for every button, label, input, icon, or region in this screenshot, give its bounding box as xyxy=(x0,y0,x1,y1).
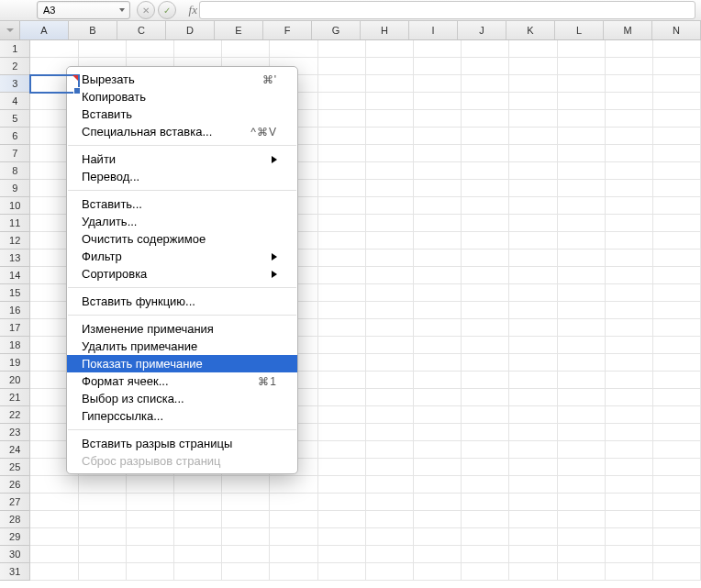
cell[interactable] xyxy=(462,337,509,354)
cell[interactable] xyxy=(653,441,701,459)
cell[interactable] xyxy=(509,128,557,145)
cell[interactable] xyxy=(558,284,606,302)
cell[interactable] xyxy=(414,197,462,215)
cell[interactable] xyxy=(366,494,414,511)
cell[interactable] xyxy=(270,476,317,494)
cell[interactable] xyxy=(127,40,174,58)
cell[interactable] xyxy=(558,93,606,110)
menu-item[interactable]: Выбор из списка... xyxy=(67,390,297,407)
cell[interactable] xyxy=(366,75,414,93)
cell[interactable] xyxy=(558,459,606,476)
row-header[interactable]: 1 xyxy=(0,40,30,58)
cell[interactable] xyxy=(414,319,462,337)
cell[interactable] xyxy=(366,563,414,581)
cell[interactable] xyxy=(462,546,509,563)
cell[interactable] xyxy=(366,58,414,75)
menu-item[interactable]: Формат ячеек...⌘1 xyxy=(67,372,297,390)
menu-item[interactable]: Вставить разрыв страницы xyxy=(67,435,297,452)
cell[interactable] xyxy=(509,337,557,354)
cell[interactable] xyxy=(606,58,653,75)
row-header[interactable]: 7 xyxy=(0,145,30,162)
cell[interactable] xyxy=(558,232,606,250)
cell[interactable] xyxy=(318,389,366,406)
cell[interactable] xyxy=(318,372,366,389)
menu-item[interactable]: Удалить... xyxy=(67,213,297,230)
cell[interactable] xyxy=(462,40,509,58)
cell[interactable] xyxy=(366,215,414,232)
cell[interactable] xyxy=(318,284,366,302)
cell[interactable] xyxy=(366,180,414,197)
cell[interactable] xyxy=(606,162,653,180)
cell[interactable] xyxy=(318,511,366,528)
cell[interactable] xyxy=(414,459,462,476)
cell[interactable] xyxy=(414,441,462,459)
cell[interactable] xyxy=(606,459,653,476)
cell[interactable] xyxy=(174,563,222,581)
cell[interactable] xyxy=(414,145,462,162)
cell[interactable] xyxy=(366,197,414,215)
menu-item[interactable]: Удалить примечание xyxy=(67,338,297,355)
cell[interactable] xyxy=(558,162,606,180)
menu-item[interactable]: Сортировка xyxy=(67,265,297,283)
cell[interactable] xyxy=(509,267,557,284)
cell[interactable] xyxy=(318,424,366,441)
row-header[interactable]: 11 xyxy=(0,215,30,232)
cell[interactable] xyxy=(414,215,462,232)
cell[interactable] xyxy=(414,337,462,354)
cell[interactable] xyxy=(653,250,701,267)
row-header[interactable]: 16 xyxy=(0,302,30,319)
cell[interactable] xyxy=(414,302,462,319)
row-header[interactable]: 2 xyxy=(0,58,30,75)
cell[interactable] xyxy=(509,476,557,494)
cell[interactable] xyxy=(414,494,462,511)
cell[interactable] xyxy=(462,372,509,389)
cell[interactable] xyxy=(414,528,462,546)
cell[interactable] xyxy=(366,267,414,284)
cell[interactable] xyxy=(79,494,127,511)
cell[interactable] xyxy=(509,197,557,215)
cell[interactable] xyxy=(318,441,366,459)
cell[interactable] xyxy=(558,563,606,581)
cell[interactable] xyxy=(653,319,701,337)
row-header[interactable]: 22 xyxy=(0,406,30,424)
cell[interactable] xyxy=(318,128,366,145)
cell[interactable] xyxy=(366,128,414,145)
col-header-B[interactable]: B xyxy=(69,21,117,39)
cell[interactable] xyxy=(366,40,414,58)
cell[interactable] xyxy=(222,476,270,494)
cell[interactable] xyxy=(606,528,653,546)
cell[interactable] xyxy=(30,546,78,563)
cell[interactable] xyxy=(414,424,462,441)
cell[interactable] xyxy=(222,40,270,58)
cell[interactable] xyxy=(414,250,462,267)
cell[interactable] xyxy=(414,476,462,494)
cell[interactable] xyxy=(558,267,606,284)
cell[interactable] xyxy=(653,267,701,284)
cell[interactable] xyxy=(558,354,606,372)
cell[interactable] xyxy=(653,197,701,215)
cell[interactable] xyxy=(366,476,414,494)
cell[interactable] xyxy=(366,302,414,319)
cell[interactable] xyxy=(558,75,606,93)
cell[interactable] xyxy=(462,180,509,197)
cell[interactable] xyxy=(653,145,701,162)
cell[interactable] xyxy=(270,528,317,546)
cell[interactable] xyxy=(653,162,701,180)
row-header[interactable]: 15 xyxy=(0,284,30,302)
cell[interactable] xyxy=(127,528,174,546)
cell[interactable] xyxy=(318,476,366,494)
col-header-N[interactable]: N xyxy=(652,21,701,39)
cell[interactable] xyxy=(318,250,366,267)
cell[interactable] xyxy=(79,40,127,58)
menu-item[interactable]: Специальная вставка...^⌘V xyxy=(67,123,297,140)
fx-label[interactable]: fx xyxy=(181,3,197,17)
cell[interactable] xyxy=(414,58,462,75)
cell[interactable] xyxy=(414,511,462,528)
cell[interactable] xyxy=(366,528,414,546)
cell[interactable] xyxy=(462,162,509,180)
cell[interactable] xyxy=(462,354,509,372)
cell[interactable] xyxy=(462,284,509,302)
cell[interactable] xyxy=(127,511,174,528)
cell[interactable] xyxy=(509,75,557,93)
row-header[interactable]: 13 xyxy=(0,250,30,267)
